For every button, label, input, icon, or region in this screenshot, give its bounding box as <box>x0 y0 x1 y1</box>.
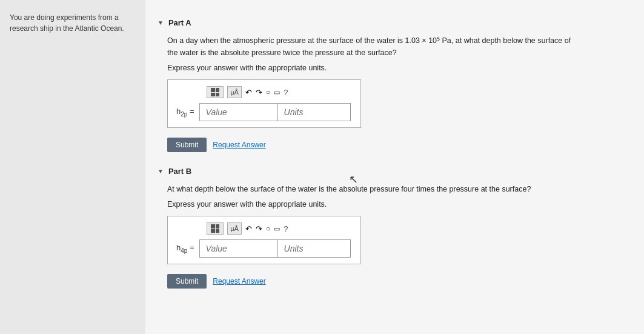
part-a-question: On a day when the atmospheric pressure a… <box>167 35 579 59</box>
part-b-units-dropdown[interactable]: Units <box>278 239 351 258</box>
part-b-undo-btn[interactable]: ↶ <box>245 224 252 233</box>
part-a-header: ▼ Part A <box>158 18 629 27</box>
part-a-section: ▼ Part A On a day when the atmospheric p… <box>158 18 629 152</box>
part-a-answer-box: μÅ ↶ ↷ ○ ▭ ? h2p = Units <box>167 79 361 128</box>
part-b-submit-button[interactable]: Submit <box>167 274 207 289</box>
part-b-units-btn[interactable]: μÅ <box>227 222 242 235</box>
sidebar: You are doing experiments from a researc… <box>0 0 145 334</box>
main-content: ↖ ▼ Part A On a day when the atmospheric… <box>145 0 644 334</box>
part-b-input-row: h4p = Units <box>176 239 352 258</box>
part-b-title: Part B <box>168 167 191 176</box>
part-a-subscript: 2p <box>181 111 187 118</box>
part-a-submit-button[interactable]: Submit <box>167 138 207 152</box>
part-a-request-answer-button[interactable]: Request Answer <box>213 141 265 149</box>
part-b-section: ▼ Part B At what depth below the surface… <box>158 167 629 289</box>
part-b-question: At what depth below the surface of the w… <box>167 183 579 195</box>
part-b-mu-icon: μÅ <box>230 225 239 232</box>
part-b-matrix-btn[interactable] <box>207 222 224 235</box>
part-a-toggle[interactable]: ▼ <box>158 19 164 26</box>
part-a-title: Part A <box>168 18 191 27</box>
part-a-variable: h2p = <box>176 107 194 118</box>
part-a-matrix-btn[interactable] <box>207 86 224 98</box>
part-a-body: On a day when the atmospheric pressure a… <box>158 35 629 152</box>
part-b-body: At what depth below the surface of the w… <box>158 183 629 289</box>
part-b-request-answer-button[interactable]: Request Answer <box>213 277 265 286</box>
part-a-actions: Submit Request Answer <box>167 138 629 152</box>
part-b-actions: Submit Request Answer <box>167 274 629 289</box>
sidebar-description: You are doing experiments from a researc… <box>10 12 136 34</box>
part-b-image-btn[interactable]: ▭ <box>274 225 280 233</box>
part-b-redo-btn[interactable]: ↷ <box>256 224 262 233</box>
part-a-units-btn[interactable]: μÅ <box>227 86 242 98</box>
part-b-express: Express your answer with the appropriate… <box>167 200 629 209</box>
part-a-redo-btn[interactable]: ↷ <box>256 88 262 97</box>
part-b-toolbar: μÅ ↶ ↷ ○ ▭ ? <box>176 222 352 235</box>
part-b-answer-box: μÅ ↶ ↷ ○ ▭ ? h4p = Units <box>167 216 361 264</box>
part-b-value-input[interactable] <box>199 239 278 258</box>
part-a-toolbar: μÅ ↶ ↷ ○ ▭ ? <box>176 86 352 98</box>
part-a-input-row: h2p = Units <box>176 103 352 121</box>
part-a-undo-btn[interactable]: ↶ <box>245 88 252 97</box>
part-b-variable: h4p = <box>176 243 194 254</box>
part-b-toggle[interactable]: ▼ <box>158 168 164 175</box>
part-a-mu-icon: μÅ <box>230 89 239 96</box>
part-a-refresh-btn[interactable]: ○ <box>266 88 270 96</box>
part-b-refresh-btn[interactable]: ○ <box>266 224 270 233</box>
part-a-help-btn[interactable]: ? <box>284 88 288 97</box>
part-b-header: ▼ Part B <box>158 167 629 176</box>
part-a-express: Express your answer with the appropriate… <box>167 64 629 72</box>
part-a-value-input[interactable] <box>199 103 278 121</box>
part-b-help-btn[interactable]: ? <box>284 224 288 233</box>
part-a-image-btn[interactable]: ▭ <box>274 89 280 96</box>
part-b-subscript: 4p <box>181 247 187 254</box>
part-a-units-dropdown[interactable]: Units <box>278 103 351 121</box>
